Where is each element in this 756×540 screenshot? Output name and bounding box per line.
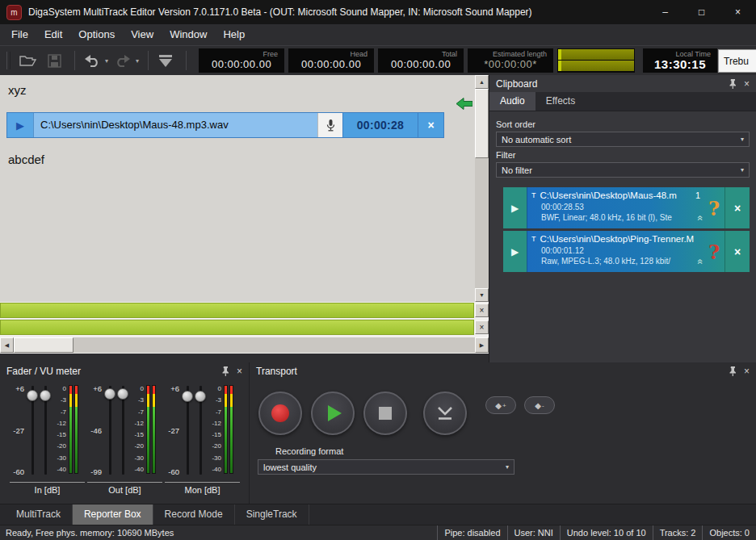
clipboard-item[interactable]: ▶ T C:\Users\nin\Desktop\Maus-48.m 1 00:…	[503, 187, 750, 228]
slider-knob[interactable]	[40, 390, 51, 401]
fader-slider[interactable]	[181, 383, 194, 478]
font-combo[interactable]: Trebu	[718, 49, 756, 73]
lane-bar[interactable]	[0, 303, 474, 318]
open-folder-icon	[19, 54, 37, 67]
panel-close-button[interactable]: ×	[744, 366, 750, 376]
scroll-right-button[interactable]: ▶	[475, 337, 489, 353]
track-filename[interactable]: C:\Users\nin\Desktop\Maus-48.mp3.wav	[33, 113, 317, 137]
close-button[interactable]: ×	[720, 0, 756, 24]
slider-knob[interactable]	[104, 388, 116, 400]
menu-window[interactable]: Window	[162, 24, 215, 45]
slider-knob[interactable]	[195, 391, 206, 402]
scale-tick: -15	[207, 431, 221, 438]
minimize-button[interactable]: –	[647, 0, 683, 24]
fader-slider[interactable]	[39, 383, 52, 478]
pin-icon[interactable]	[729, 366, 737, 376]
collapse-chevrons-icon[interactable]: «	[696, 259, 706, 265]
fader-slider[interactable]	[103, 383, 116, 478]
add-marker-button[interactable]: ◆+	[485, 396, 516, 414]
tab-effects[interactable]: Effects	[536, 92, 586, 111]
panel-close-button[interactable]: ×	[237, 366, 242, 376]
item-body[interactable]: T C:\Users\nin\Desktop\Ping-Trenner.M 00…	[527, 231, 724, 272]
item-play-button[interactable]: ▶	[503, 231, 527, 272]
tab-audio[interactable]: Audio	[489, 92, 536, 111]
redo-button[interactable]	[111, 50, 134, 71]
status-tracks: Tracks: 2	[653, 525, 703, 540]
lane-strip: × × ◀ ▶	[0, 302, 489, 354]
track-play-button[interactable]: ▶	[7, 113, 33, 137]
fader-header: Fader / VU meter ×	[0, 362, 249, 379]
level-meter	[557, 48, 635, 73]
chevron-down-icon: ▾	[741, 136, 744, 143]
filter-select[interactable]: No filter ▾	[496, 162, 750, 178]
slider-knob[interactable]	[117, 388, 128, 400]
tab-multitrack[interactable]: MultiTrack	[5, 504, 73, 525]
diamond-plus-icon: ◆	[495, 401, 502, 410]
status-objects: Objects: 0	[702, 525, 756, 540]
track-close-button[interactable]: ×	[418, 113, 443, 137]
editor-horizontal-scrollbar[interactable]: ◀ ▶	[0, 337, 489, 353]
scroll-left-button[interactable]: ◀	[0, 337, 14, 353]
item-remove-button[interactable]: ×	[724, 231, 750, 272]
menu-edit[interactable]: Edit	[36, 24, 70, 45]
chevron-down-icon: ▾	[506, 463, 509, 471]
toolbar-separator	[186, 51, 187, 70]
recording-format-select[interactable]: lowest quality ▾	[258, 459, 514, 475]
panel-title: Transport	[256, 366, 721, 377]
insert-mode-button[interactable]	[154, 50, 177, 71]
slider-knob[interactable]	[27, 390, 38, 401]
redo-dropdown-caret-icon[interactable]: ▾	[136, 57, 139, 65]
collapse-chevrons-icon[interactable]: «	[696, 216, 706, 221]
tab-singletrack[interactable]: SingleTrack	[235, 504, 309, 525]
tab-reporter-box[interactable]: Reporter Box	[73, 504, 153, 525]
menu-view[interactable]: View	[123, 24, 162, 45]
slider-knob[interactable]	[182, 391, 193, 402]
menu-options[interactable]: Options	[70, 24, 123, 45]
time-field-value: 00:00:00.00	[202, 58, 281, 71]
sort-order-value: No automatic sort	[502, 135, 571, 144]
recording-format-value: lowest quality	[263, 463, 317, 472]
editor-area[interactable]: xyz ▶ C:\Users\nin\Desktop\Maus-48.mp3.w…	[0, 75, 489, 302]
stop-icon	[379, 407, 392, 420]
pin-icon[interactable]	[729, 78, 737, 89]
menu-file[interactable]: File	[3, 24, 36, 45]
record-button[interactable]	[258, 391, 302, 435]
lane-close-button[interactable]: ×	[475, 320, 489, 334]
scroll-up-button[interactable]: ▲	[475, 75, 489, 89]
track-record-button[interactable]	[317, 113, 342, 137]
fader-slider[interactable]	[26, 383, 39, 478]
vu-meter	[224, 383, 235, 478]
play-button[interactable]	[311, 391, 355, 435]
panel-close-button[interactable]: ×	[744, 79, 750, 89]
tab-record-mode[interactable]: Record Mode	[153, 504, 235, 525]
scrollbar-thumb[interactable]	[14, 337, 74, 353]
remove-marker-button[interactable]: ◆-	[524, 396, 555, 414]
editor-vertical-scrollbar[interactable]: ▲ ▼	[475, 75, 489, 302]
stop-button[interactable]	[363, 391, 407, 435]
fader-slider[interactable]	[116, 383, 129, 478]
undo-dropdown-caret-icon[interactable]: ▾	[105, 57, 108, 65]
fader-vu-panel: Fader / VU meter × +6 -27 -60 0-3-7-12-1…	[0, 362, 249, 504]
scroll-down-button[interactable]: ▼	[475, 288, 489, 302]
skip-to-end-button[interactable]	[423, 391, 467, 435]
open-file-button[interactable]	[17, 50, 40, 71]
item-remove-button[interactable]: ×	[724, 187, 750, 228]
sort-order-select[interactable]: No automatic sort ▾	[496, 132, 750, 147]
menu-help[interactable]: Help	[215, 24, 253, 45]
panel-title: Fader / VU meter	[6, 366, 214, 377]
play-icon: ▶	[511, 203, 519, 214]
item-play-button[interactable]: ▶	[503, 187, 527, 228]
audio-track-row[interactable]: ▶ C:\Users\nin\Desktop\Maus-48.mp3.wav 0…	[6, 112, 444, 138]
fader-slider[interactable]	[194, 383, 207, 478]
undo-button[interactable]	[81, 50, 103, 71]
item-body[interactable]: T C:\Users\nin\Desktop\Maus-48.m 1 00:00…	[527, 187, 724, 228]
lane-bar[interactable]	[0, 320, 474, 335]
save-button[interactable]	[43, 50, 65, 71]
lane-close-button[interactable]: ×	[475, 303, 489, 317]
maximize-button[interactable]: □	[683, 0, 720, 24]
scale-tick: -40	[52, 466, 66, 473]
toolbar: ▾ ▾ Free 00:00:00.00 Head 00:00:00.00 To…	[0, 45, 756, 75]
pin-icon[interactable]	[221, 366, 229, 376]
scrollbar-thumb[interactable]	[475, 89, 489, 158]
clipboard-item[interactable]: ▶ T C:\Users\nin\Desktop\Ping-Trenner.M …	[503, 231, 750, 272]
